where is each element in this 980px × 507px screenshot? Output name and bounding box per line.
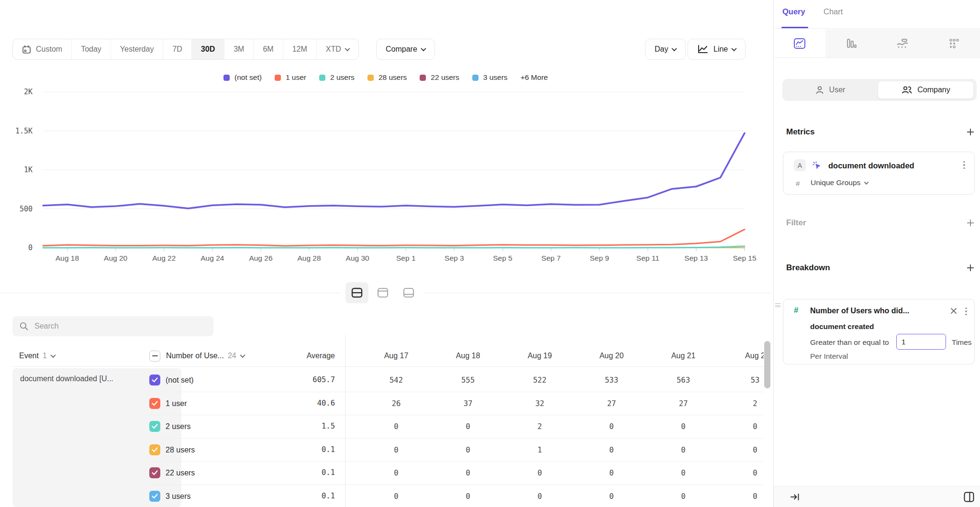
range-30d[interactable]: 30D: [192, 39, 224, 59]
chart-type-flow-button[interactable]: [877, 29, 929, 57]
legend-swatch: [275, 75, 281, 81]
entity-toggle: User Company: [782, 79, 977, 101]
sidebar-bottom-bar: [774, 486, 980, 507]
table-row: 28 users0.1001000: [0, 438, 764, 462]
metric-options-kebab-icon[interactable]: [960, 159, 969, 171]
entity-company-option[interactable]: Company: [878, 81, 974, 99]
y-axis-tick-label: 1K: [24, 165, 33, 174]
range-7d[interactable]: 7D: [163, 39, 191, 59]
value-cell: 0: [432, 462, 504, 484]
add-metric-button[interactable]: [965, 126, 976, 138]
row-separator: [147, 415, 764, 415]
value-cell: 0: [360, 439, 432, 461]
x-axis-tick-label: Sep 7: [541, 254, 561, 262]
series-column-header[interactable]: Number of Use... 24: [149, 345, 245, 366]
x-axis-tick-label: Sep 3: [445, 254, 464, 262]
legend-label: 2 users: [330, 73, 355, 82]
chart-type-line-button[interactable]: [774, 29, 825, 57]
tab-query[interactable]: Query: [782, 7, 805, 16]
view-table-bottom-button[interactable]: [397, 282, 420, 303]
select-all-checkbox[interactable]: [149, 351, 160, 362]
x-axis-tick-label: Sep 9: [590, 254, 609, 262]
value-cell: 0: [647, 416, 719, 438]
view-split-button[interactable]: [345, 282, 368, 303]
event-count: 1: [43, 352, 47, 360]
chevron-down-icon: [672, 46, 677, 51]
series-label: 2 users: [166, 415, 190, 438]
chart-top-view-icon: [377, 287, 389, 298]
value-cell: 26: [360, 393, 432, 415]
table-row: 2 users1.5002000: [0, 415, 764, 438]
entity-user-option[interactable]: User: [782, 79, 878, 101]
row-values: 002000: [345, 416, 764, 438]
metric-card[interactable]: A document downloaded # Unique Groups: [783, 152, 975, 195]
series-checkbox[interactable]: [149, 491, 160, 502]
series-checkbox[interactable]: [149, 467, 160, 478]
legend-item[interactable]: 3 users: [472, 73, 508, 82]
user-icon: [815, 85, 824, 95]
x-axis-tick-label: Sep 15: [733, 254, 756, 262]
legend-item[interactable]: 2 users: [319, 73, 355, 82]
metrics-heading: Metrics: [786, 127, 815, 137]
chart: 05001K1.5K2KAug 18Aug 20Aug 22Aug 24Aug …: [0, 85, 771, 268]
compare-button[interactable]: Compare: [376, 39, 435, 60]
series-line: [43, 246, 745, 248]
row-values: 54255552253356353: [345, 369, 764, 391]
legend-item[interactable]: 28 users: [368, 73, 407, 82]
legend-item[interactable]: (not set): [223, 73, 262, 82]
value-cell: 0: [576, 439, 647, 461]
tab-chart[interactable]: Chart: [824, 7, 843, 16]
legend-item[interactable]: 1 user: [275, 73, 306, 82]
event-click-icon: [812, 160, 822, 171]
interval-label: Day: [655, 45, 668, 54]
series-checkbox[interactable]: [149, 375, 160, 386]
breakdown-card[interactable]: # Number of Users who did... document cr…: [783, 299, 975, 364]
series-checkbox[interactable]: [149, 398, 160, 409]
view-chart-top-button[interactable]: [371, 282, 394, 303]
chart-type-bar-button[interactable]: [825, 29, 877, 57]
row-values: 000000: [345, 462, 764, 484]
condition-label: Greater than or equal to: [810, 338, 889, 347]
legend-more-button[interactable]: +6 More: [521, 73, 548, 82]
measure-dropdown[interactable]: Unique Groups: [811, 178, 868, 187]
range-xtd[interactable]: XTD: [317, 39, 358, 59]
chart-type-button[interactable]: Line: [688, 39, 746, 60]
view-toggle-group: [341, 279, 425, 306]
drag-handle-icon[interactable]: [775, 303, 781, 309]
series-checkbox[interactable]: [149, 444, 160, 455]
check-icon: [152, 494, 158, 499]
add-breakdown-button[interactable]: [965, 262, 976, 274]
value-cell: 2: [504, 416, 576, 438]
legend-item[interactable]: 22 users: [420, 73, 459, 82]
table-row: (not set)605.754255552253356353: [0, 368, 764, 392]
y-axis-tick-label: 0: [28, 243, 33, 252]
range-12m[interactable]: 12M: [283, 39, 317, 59]
average-value: 1.5: [268, 415, 335, 438]
range-custom[interactable]: Custom: [13, 39, 72, 59]
value-cell: 522: [504, 369, 576, 391]
range-yesterday[interactable]: Yesterday: [111, 39, 164, 59]
range-6m[interactable]: 6M: [254, 39, 283, 59]
value-cell: 1: [504, 439, 576, 461]
average-value: 40.6: [268, 392, 335, 415]
value-cell: 27: [647, 393, 719, 415]
add-filter-button[interactable]: [965, 217, 976, 229]
collapse-panel-icon[interactable]: [790, 492, 800, 502]
metric-badge: A: [794, 159, 806, 171]
legend-swatch: [368, 75, 374, 81]
condition-value-input[interactable]: [896, 334, 946, 350]
x-axis-tick-label: Aug 18: [56, 254, 79, 262]
search-input[interactable]: [33, 321, 196, 331]
range-3m[interactable]: 3M: [224, 39, 254, 59]
breakdown-options-kebab-icon[interactable]: [962, 306, 970, 317]
chart-type-matrix-button[interactable]: [928, 29, 980, 57]
vertical-scrollbar[interactable]: [764, 341, 770, 388]
panel-layout-icon[interactable]: [963, 491, 975, 503]
series-checkbox[interactable]: [149, 421, 160, 432]
event-column-header[interactable]: Event 1: [19, 345, 55, 366]
interval-button[interactable]: Day: [645, 39, 686, 60]
row-values: 000000: [345, 485, 764, 507]
range-today[interactable]: Today: [72, 39, 111, 59]
close-icon[interactable]: [949, 307, 958, 315]
y-axis-tick-label: 2K: [24, 88, 33, 96]
